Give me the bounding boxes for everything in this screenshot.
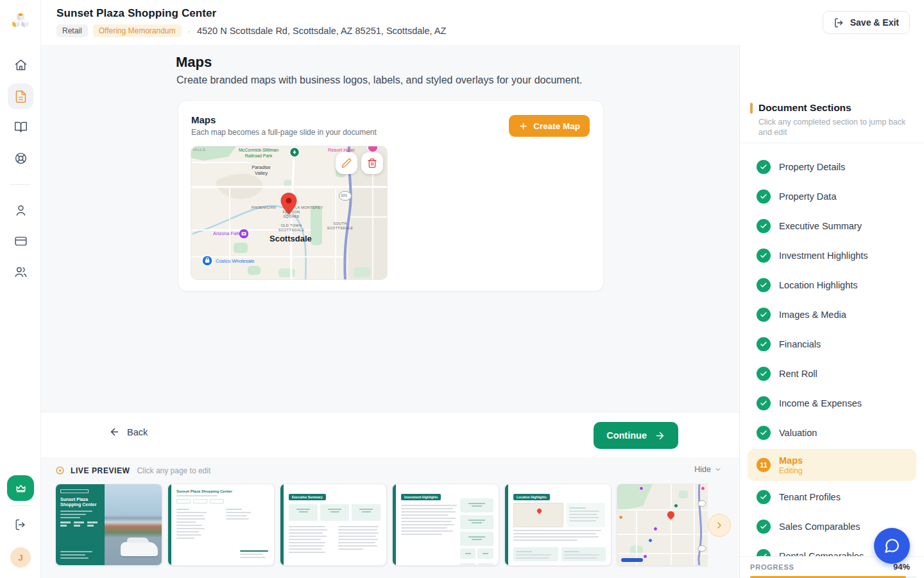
- poi-dot-blue: [648, 538, 653, 543]
- section-item-rent-roll[interactable]: Rent Roll: [740, 359, 924, 389]
- sections-subtitle: Click any completed section to jump back…: [758, 117, 914, 138]
- poi-dot-purple2: [653, 527, 658, 531]
- location-badge: Location Highlights: [513, 494, 550, 500]
- property-type-badge: Retail: [56, 24, 88, 37]
- edit-map-button[interactable]: [336, 152, 357, 174]
- check-icon: [757, 426, 771, 440]
- poi-dot-pink: [701, 486, 705, 491]
- cover-title: Sunset Plaza Shopping Center: [60, 497, 100, 508]
- nav-billing[interactable]: [8, 228, 33, 254]
- rail-divider: [10, 505, 31, 506]
- section-item-property-details[interactable]: Property Details: [740, 152, 924, 182]
- section-item-investment-highlights[interactable]: Investment Highlights: [740, 241, 924, 270]
- check-icon: [757, 490, 771, 504]
- section-item-financials[interactable]: Financials: [740, 329, 924, 359]
- logout-button[interactable]: [8, 512, 33, 538]
- nav-team[interactable]: [8, 259, 33, 285]
- section-item-property-data[interactable]: Property Data: [740, 182, 924, 211]
- check-icon: [757, 160, 771, 174]
- map-graphic: [191, 146, 388, 280]
- continue-button[interactable]: Continue: [594, 422, 678, 449]
- document-icon: [14, 90, 28, 103]
- check-icon: [757, 367, 771, 381]
- section-item-location-highlights[interactable]: Location Highlights: [740, 270, 924, 300]
- document-sections-panel: Document Sections Click any completed se…: [739, 45, 924, 578]
- book-icon: [14, 120, 28, 134]
- nav-help[interactable]: [8, 145, 33, 171]
- poi-dot-green: [674, 504, 678, 508]
- user-icon: [14, 204, 28, 217]
- main-content: Maps Create branded maps with business l…: [41, 45, 739, 578]
- editing-status: Editing: [779, 466, 803, 475]
- create-map-button[interactable]: Create Map: [509, 115, 590, 137]
- delete-map-button[interactable]: [361, 152, 383, 174]
- logout-icon: [14, 518, 27, 531]
- arrow-left-icon: [109, 426, 120, 437]
- check-icon: [757, 520, 771, 534]
- plus-icon: [518, 121, 528, 131]
- highlights-badge: Investment Highlights: [401, 494, 441, 500]
- chat-support-button[interactable]: [874, 528, 910, 564]
- check-icon: [757, 189, 771, 204]
- doc-type-badge: Offering Memorandum: [93, 24, 182, 37]
- sections-title: Document Sections: [758, 102, 851, 114]
- preview-page-highlights[interactable]: Investment Highlights: [392, 484, 499, 566]
- check-icon: [757, 337, 771, 351]
- summary-badge: Executive Summary: [289, 494, 326, 500]
- crown-icon: [15, 482, 27, 495]
- check-icon: [757, 249, 771, 263]
- preview-page-cover[interactable]: Sunset Plaza Shopping Center: [55, 484, 162, 566]
- section-item-tenant-profiles[interactable]: Tenant Profiles: [740, 482, 924, 512]
- preview-page-toc[interactable]: Sunset Plaza Shopping Center: [167, 484, 275, 566]
- progress-label: PROGRESS: [750, 563, 794, 571]
- section-item-images-media[interactable]: Images & Media: [740, 300, 924, 329]
- exit-icon: [834, 17, 844, 28]
- live-preview-hint: Click any page to edit: [137, 466, 211, 475]
- sections-list: Property Details Property Data Executive…: [740, 143, 924, 578]
- users-icon: [14, 265, 28, 279]
- document-title: Sunset Plaza Shopping Center: [56, 7, 216, 20]
- separator-dot: ·: [188, 26, 191, 36]
- check-icon: [757, 278, 771, 292]
- credit-card-icon: [14, 234, 28, 248]
- user-avatar[interactable]: J: [10, 547, 31, 568]
- brand-logo[interactable]: [9, 9, 32, 32]
- preview-next-button[interactable]: [708, 514, 731, 537]
- preview-thumbnails: Sunset Plaza Shopping Center Sunset Plaz…: [55, 484, 708, 567]
- nav-profile[interactable]: [8, 197, 33, 223]
- continue-label: Continue: [606, 430, 647, 441]
- hide-preview-button[interactable]: Hide: [694, 465, 722, 474]
- property-address: 4520 N Scottsdale Rd, Scottsdale, AZ 852…: [197, 26, 447, 36]
- preview-page-location[interactable]: Location Highlights: [504, 484, 612, 566]
- back-button[interactable]: Back: [109, 426, 148, 437]
- cover-photo: [105, 484, 162, 565]
- section-item-executive-summary[interactable]: Executive Summary: [740, 211, 924, 241]
- preview-page-map[interactable]: [617, 484, 708, 566]
- accent-bar: [750, 103, 753, 114]
- back-label: Back: [127, 427, 148, 437]
- section-number-badge: 11: [757, 458, 771, 472]
- preview-page-summary[interactable]: Executive Summary: [280, 484, 387, 566]
- section-item-valuation[interactable]: Valuation: [740, 418, 924, 448]
- card-title: Maps: [191, 114, 216, 125]
- page-title: Maps: [176, 54, 212, 71]
- section-item-income-expenses[interactable]: Income & Expenses: [740, 389, 924, 418]
- map-thumbnail[interactable]: HILLS McCormick-Stillman Railroad Park R…: [191, 146, 388, 280]
- chevron-down-icon: [714, 466, 722, 473]
- nav-library[interactable]: [8, 114, 33, 139]
- upgrade-button[interactable]: [7, 475, 34, 501]
- chat-bubble-icon: [884, 538, 900, 554]
- nav-documents[interactable]: [8, 83, 33, 109]
- toc-title: Sunset Plaza Shopping Center: [176, 489, 268, 493]
- map-page-graphic: [617, 484, 708, 565]
- section-item-maps-active[interactable]: 11 Maps Editing: [748, 449, 916, 481]
- nav-home[interactable]: [8, 52, 33, 78]
- page-description: Create branded maps with business logos,…: [176, 74, 582, 86]
- wizard-footer: Back Continue: [41, 412, 739, 457]
- check-icon: [757, 396, 771, 410]
- save-exit-button[interactable]: Save & Exit: [823, 11, 910, 34]
- top-header: Sunset Plaza Shopping Center Retail Offe…: [41, 0, 924, 45]
- poi-dot-purple: [639, 486, 644, 491]
- check-icon: [757, 219, 771, 233]
- map-page-label: [621, 558, 643, 562]
